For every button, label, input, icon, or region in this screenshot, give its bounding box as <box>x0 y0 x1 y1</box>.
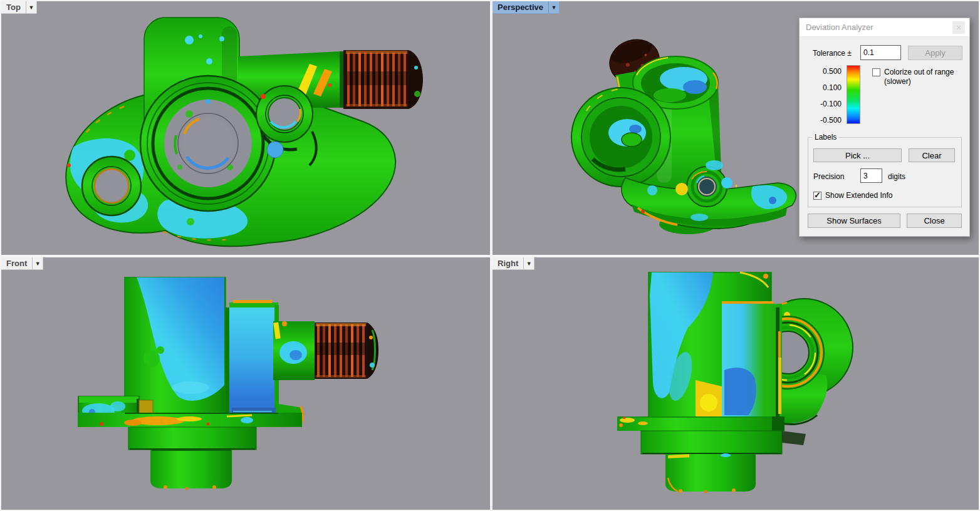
viewport-tab-label: Right <box>493 257 523 269</box>
tolerance-input[interactable] <box>860 45 901 60</box>
top-view-model <box>1 1 490 255</box>
scale-tick-label: -0.100 <box>803 100 842 108</box>
viewport-tab-label: Top <box>1 1 26 13</box>
viewport-tab-label: Perspective <box>493 1 548 13</box>
chevron-down-icon[interactable]: ▼ <box>548 1 559 13</box>
scale-tick-label: -0.500 <box>803 116 842 125</box>
chevron-down-icon[interactable]: ▼ <box>523 257 534 269</box>
chevron-down-icon[interactable]: ▼ <box>32 257 43 269</box>
viewport-top-canvas[interactable]: Top ▼ <box>1 1 490 255</box>
dialog-titlebar[interactable]: Deviation Analyzer ✕ <box>800 18 969 37</box>
viewport-front-canvas[interactable]: Front ▼ <box>1 257 490 510</box>
scale-tick-label: 0.500 <box>803 67 842 76</box>
apply-button[interactable]: Apply <box>908 46 962 60</box>
close-icon[interactable]: ✕ <box>952 21 965 34</box>
colorize-label-line1: Colorize out of range <box>884 68 954 76</box>
deviation-analyzer-dialog: Deviation Analyzer ✕ Tolerance ± Apply 0… <box>799 18 970 237</box>
labels-group-legend: Labels <box>812 133 839 142</box>
colorize-checkbox[interactable] <box>872 68 880 76</box>
app-screen: Top ▼ <box>0 0 980 511</box>
viewport-divider-horizontal[interactable] <box>0 255 980 257</box>
viewport-right-canvas[interactable]: Right ▼ <box>493 257 979 510</box>
tolerance-label: Tolerance ± <box>813 49 852 58</box>
chevron-down-icon[interactable]: ▼ <box>26 1 36 13</box>
precision-input[interactable] <box>860 168 882 183</box>
viewport-tab-top[interactable]: Top ▼ <box>1 1 37 14</box>
pick-button[interactable]: Pick ... <box>813 148 902 162</box>
viewport-tab-front[interactable]: Front ▼ <box>1 257 43 270</box>
deviation-scale-bar <box>847 65 860 124</box>
viewport-tab-right[interactable]: Right ▼ <box>493 257 534 270</box>
close-button[interactable]: Close <box>907 214 962 228</box>
right-view-model <box>493 257 979 510</box>
front-view-model <box>1 257 490 510</box>
extended-info-checkbox[interactable] <box>813 192 821 200</box>
digits-label: digits <box>888 172 905 181</box>
extended-info-label: Show Extended Info <box>825 191 892 200</box>
viewport-tab-label: Front <box>1 257 32 269</box>
viewport-tab-perspective[interactable]: Perspective ▼ <box>493 1 560 14</box>
precision-label: Precision <box>813 172 844 181</box>
scale-tick-label: 0.100 <box>803 83 842 92</box>
dialog-title: Deviation Analyzer <box>806 23 873 32</box>
show-surfaces-button[interactable]: Show Surfaces <box>808 214 900 228</box>
colorize-label-line2: (slower) <box>884 77 911 86</box>
clear-button[interactable]: Clear <box>909 148 955 162</box>
